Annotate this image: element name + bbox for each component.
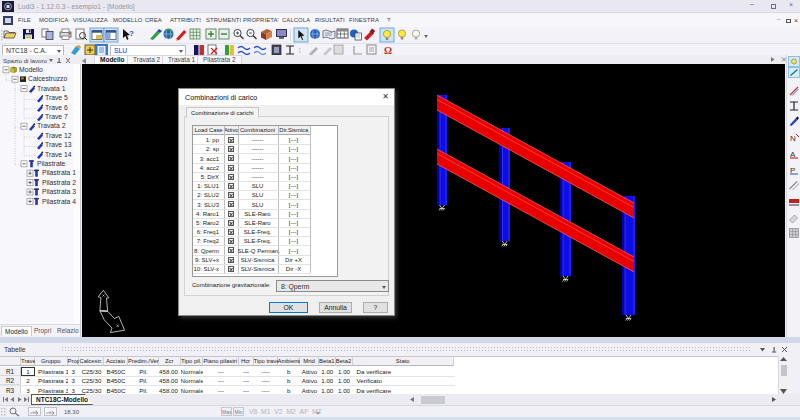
svg-text:?: ? [129, 29, 134, 38]
svg-text:N: N [790, 134, 796, 143]
svg-text:x: x [49, 409, 51, 414]
svg-text:A: A [790, 150, 796, 159]
svg-text:P: P [790, 166, 795, 175]
